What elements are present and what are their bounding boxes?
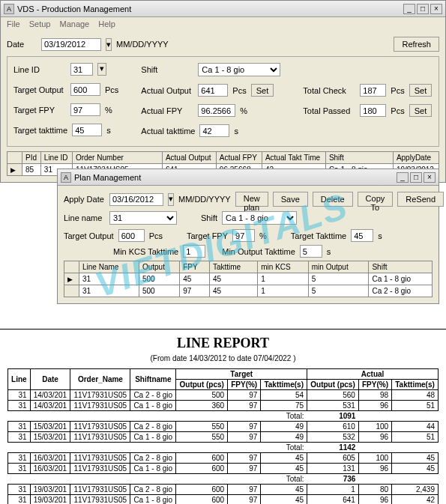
maximize-button[interactable]: □ xyxy=(417,4,429,14)
target-output-input[interactable] xyxy=(70,83,100,96)
shift-label: Shift xyxy=(141,65,193,74)
pcol-takt[interactable]: Takttime xyxy=(209,261,257,273)
table-row: 3115/03/20111V17931US05Ca 1 - 8 gio55097… xyxy=(8,432,439,443)
total-check-label: Total Check xyxy=(303,86,355,95)
plan-pcs-label: Pcs xyxy=(149,231,163,240)
copy-to-button[interactable]: Copy To xyxy=(358,192,394,207)
total-row: Total:1091 xyxy=(8,411,439,422)
date-label: Date xyxy=(7,40,37,49)
rcol-line: Line xyxy=(8,369,31,390)
unit-pcs-4: Pcs xyxy=(391,106,404,115)
actual-fpy-input[interactable] xyxy=(198,104,235,117)
min-kcs-input[interactable] xyxy=(183,245,205,258)
menu-bar: File Setup Manage Help xyxy=(1,17,445,31)
plan-shift-select[interactable]: Ca 1 - 8 gio xyxy=(222,211,297,225)
plan-maximize-button[interactable]: □ xyxy=(410,172,422,183)
menu-manage[interactable]: Manage xyxy=(59,19,89,28)
target-takt-input[interactable] xyxy=(72,124,102,136)
line-id-dropdown-icon[interactable]: ▾ xyxy=(97,63,106,76)
set-output-button[interactable]: Set xyxy=(251,84,274,97)
plan-target-fpy-label: Target FPY xyxy=(187,231,228,240)
date-input[interactable] xyxy=(41,38,101,51)
delete-button[interactable]: Delete xyxy=(313,192,353,207)
total-passed-label: Total Passed xyxy=(303,106,355,115)
apply-date-label: Apply Date xyxy=(64,195,105,204)
total-passed-input[interactable] xyxy=(360,104,386,117)
app-icon: A xyxy=(4,4,14,14)
line-id-input[interactable] xyxy=(70,63,93,76)
plan-title: Plan Management xyxy=(74,173,397,182)
minimize-button[interactable]: _ xyxy=(403,4,415,14)
plan-close-button[interactable]: × xyxy=(424,172,436,183)
date-dropdown-icon[interactable]: ▾ xyxy=(106,38,112,51)
apply-date-dropdown-icon[interactable]: ▾ xyxy=(168,193,174,206)
pcol-kcs[interactable]: min KCS xyxy=(258,261,308,273)
close-button[interactable]: × xyxy=(430,4,442,14)
pcol-minout[interactable]: min Output xyxy=(308,261,369,273)
line-name-select[interactable]: 31 xyxy=(109,211,177,225)
col-atakt[interactable]: Actual Takt Time xyxy=(262,152,325,164)
plan-titlebar[interactable]: A Plan Management _ □ × xyxy=(58,169,439,186)
rcol-actual: Actual xyxy=(307,369,439,380)
min-kcs-label: Min KCS Takttime xyxy=(113,247,178,256)
table-row[interactable]: 31500974515Ca 2 - 8 gio xyxy=(64,285,433,297)
actual-output-input[interactable] xyxy=(198,84,228,97)
pcol-fpy[interactable]: FPY xyxy=(180,261,210,273)
col-shift[interactable]: Shift xyxy=(325,152,393,164)
table-row: 3114/03/20111V17931US05Ca 1 - 8 gio36097… xyxy=(8,401,439,411)
refresh-button[interactable]: Refresh xyxy=(394,37,439,52)
pcol-shift[interactable]: Shift xyxy=(369,261,433,273)
actual-fpy-label: Actual FPY xyxy=(141,106,193,115)
total-row: Total:1142 xyxy=(8,443,439,453)
plan-target-output-input[interactable] xyxy=(118,229,145,242)
line-name-label: Line name xyxy=(64,213,105,222)
plan-grid[interactable]: Line Name Output FPY Takttime min KCS mi… xyxy=(64,261,433,297)
plan-target-takt-label: Target Takttime xyxy=(291,231,346,240)
apply-date-input[interactable] xyxy=(109,193,163,206)
plan-app-icon: A xyxy=(61,172,71,183)
min-out-input[interactable] xyxy=(300,245,322,258)
resend-button[interactable]: ReSend xyxy=(397,192,444,207)
plan-pct-label: % xyxy=(259,231,267,240)
table-row: 3119/03/20111V17931US05Ca 1 - 8 gio60097… xyxy=(8,495,439,505)
unit-pcs-2: Pcs xyxy=(232,86,246,95)
line-id-label: Line ID xyxy=(13,65,66,74)
menu-setup[interactable]: Setup xyxy=(29,19,51,28)
unit-pcs-3: Pcs xyxy=(391,86,404,95)
plan-minimize-button[interactable]: _ xyxy=(397,172,409,183)
table-row: 3114/03/20111V17931US05Ca 2 - 8 gio50097… xyxy=(8,390,439,401)
plan-target-takt-input[interactable] xyxy=(351,229,373,242)
new-plan-button[interactable]: New plan xyxy=(235,192,268,207)
pcol-out[interactable]: Output xyxy=(139,261,179,273)
col-afpy[interactable]: Actual FPY xyxy=(216,152,262,164)
set-check-button[interactable]: Set xyxy=(409,84,433,97)
actual-output-label: Actual Output xyxy=(141,86,193,95)
col-order[interactable]: Order Number xyxy=(72,152,162,164)
rcol-date: Date xyxy=(30,369,70,390)
plan-target-fpy-input[interactable] xyxy=(232,229,255,242)
table-row[interactable]: ▶31500454515Ca 1 - 8 gio xyxy=(64,273,433,285)
total-check-input[interactable] xyxy=(360,84,386,97)
col-aout[interactable]: Actual Output xyxy=(162,152,216,164)
report-table: Line Date Order_Name Shiftname Target Ac… xyxy=(7,368,439,504)
col-pid[interactable]: PId xyxy=(22,152,41,164)
report-section: LINE REPORT (From date 14/03/2012 to dat… xyxy=(0,329,446,504)
rcol-shift: Shiftname xyxy=(130,369,176,390)
main-window: A VDS - Production Management _ □ × File… xyxy=(0,0,446,183)
menu-file[interactable]: File xyxy=(7,19,20,28)
actual-takt-input[interactable] xyxy=(199,124,229,137)
col-lineid[interactable]: Line ID xyxy=(40,152,72,164)
report-date-range: (From date 14/03/2012 to date 07/04/2022… xyxy=(7,354,439,362)
shift-select[interactable]: Ca 1 - 8 gio xyxy=(198,63,280,76)
plan-window: A Plan Management _ □ × Apply Date ▾ MM/… xyxy=(57,168,439,304)
set-passed-button[interactable]: Set xyxy=(409,104,433,117)
target-fpy-input[interactable] xyxy=(70,103,100,116)
main-titlebar[interactable]: A VDS - Production Management _ □ × xyxy=(1,1,445,17)
pcol-name[interactable]: Line Name xyxy=(79,261,139,273)
target-output-label: Target Output xyxy=(13,85,66,94)
col-date[interactable]: ApplyDate xyxy=(393,152,439,164)
target-takt-label: Target takttime xyxy=(13,126,67,135)
save-button[interactable]: Save xyxy=(273,192,308,207)
unit-pct-1: % xyxy=(105,106,112,115)
menu-help[interactable]: Help xyxy=(98,19,115,28)
